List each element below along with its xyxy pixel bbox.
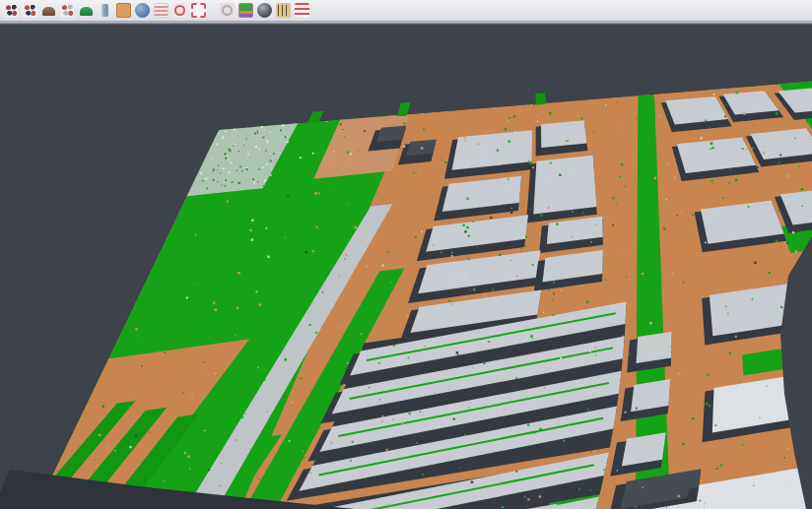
toolbar-button-tile-manager[interactable] bbox=[115, 1, 132, 20]
measure-icon bbox=[276, 3, 291, 18]
toolbar-button-vegetation-classify[interactable] bbox=[78, 1, 95, 20]
flag-icon bbox=[295, 3, 309, 18]
shaded-sphere-icon bbox=[257, 3, 272, 18]
toolbar-button-profile-list[interactable] bbox=[153, 1, 169, 20]
toolbar-button-flag[interactable] bbox=[294, 1, 310, 20]
circle-select-icon bbox=[220, 3, 235, 18]
ground-points-icon bbox=[60, 3, 75, 18]
toolbar-button-target-select[interactable] bbox=[171, 1, 188, 20]
target-select-icon bbox=[172, 3, 187, 18]
viewport-3d[interactable] bbox=[0, 24, 812, 509]
tile-manager-icon bbox=[116, 3, 131, 18]
scene-svg bbox=[0, 25, 812, 509]
profile-list-icon bbox=[154, 3, 169, 18]
toolbar-button-classified-display[interactable] bbox=[237, 1, 254, 20]
building-column-icon bbox=[98, 3, 112, 18]
classified-display-icon bbox=[238, 3, 253, 18]
terrain-model-icon bbox=[41, 3, 56, 18]
toolbar-separator bbox=[209, 0, 217, 21]
toolbar-button-globe-view[interactable] bbox=[134, 1, 151, 20]
toolbar-button-shaded-sphere[interactable] bbox=[256, 1, 273, 20]
toolbar-button-terrain-model[interactable] bbox=[40, 1, 57, 20]
globe-view-icon bbox=[135, 3, 150, 18]
toolbar-button-building-column[interactable] bbox=[97, 1, 113, 20]
toolbar-button-circle-select[interactable] bbox=[219, 1, 236, 20]
box-select-icon bbox=[191, 3, 206, 18]
classify-points-icon bbox=[23, 3, 37, 18]
toolbar-button-point-cloud[interactable] bbox=[3, 1, 20, 20]
toolbar-button-ground-points[interactable] bbox=[59, 1, 76, 20]
vegetation-classify-icon bbox=[79, 3, 94, 18]
app-window bbox=[0, 0, 812, 509]
toolbar bbox=[0, 0, 812, 22]
point-cloud-icon bbox=[4, 3, 19, 18]
toolbar-button-measure[interactable] bbox=[275, 1, 292, 20]
toolbar-button-box-select[interactable] bbox=[190, 1, 207, 20]
toolbar-button-classify-points[interactable] bbox=[22, 1, 38, 20]
